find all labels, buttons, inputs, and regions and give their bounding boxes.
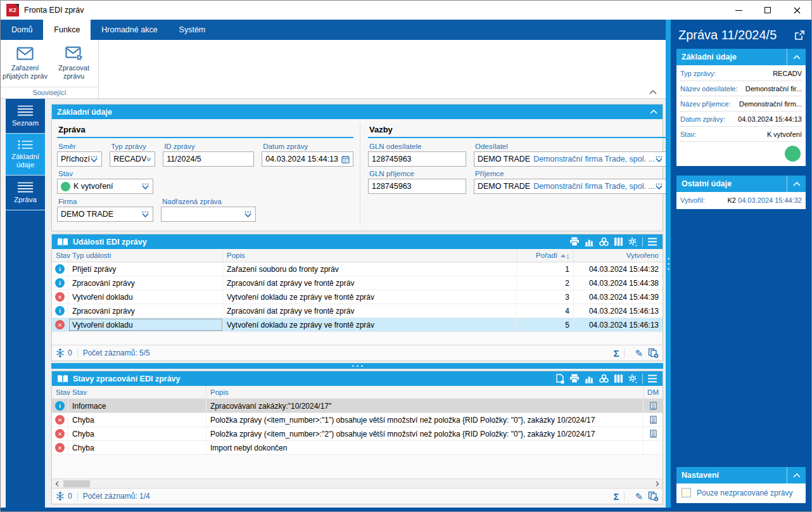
wheel-icon[interactable] — [599, 374, 609, 383]
copy-add-icon[interactable] — [648, 491, 659, 501]
close-button[interactable] — [782, 1, 811, 20]
states-row[interactable]: ✕ Chyba Položka zprávy (<item_number>:"1… — [52, 413, 663, 427]
columns-icon[interactable] — [614, 237, 623, 246]
document-export-icon[interactable] — [555, 374, 565, 384]
maximize-button[interactable] — [753, 1, 782, 20]
gln-prijemce-input[interactable]: 128745963 — [368, 179, 466, 194]
column-header-typ-udalosti[interactable]: Typ události — [68, 249, 223, 262]
column-header-dm[interactable]: DM — [644, 386, 663, 399]
detail-value: Demonstrační fir... — [745, 85, 802, 93]
event-poradi: 4 — [517, 304, 574, 317]
firma-dropdown[interactable]: DEMO TRADE — [57, 207, 153, 222]
open-external-button[interactable] — [794, 30, 805, 41]
chevron-up-icon — [793, 473, 801, 478]
gln-prijemce-value: 128745963 — [372, 182, 462, 191]
vertical-splitter[interactable] — [666, 20, 671, 508]
column-header-poradi[interactable]: Pořadí 1 — [517, 249, 574, 262]
odesilatel-dropdown[interactable]: DEMO TRADE Demonstrační firma Trade, spo… — [474, 151, 667, 167]
zpracovat-zpravu-button[interactable]: Zpracovat zprávu — [49, 40, 98, 87]
dm-document-icon[interactable] — [650, 402, 657, 410]
footer-divider — [77, 348, 78, 358]
gear-icon[interactable] — [628, 374, 638, 383]
printer-icon[interactable] — [569, 374, 580, 383]
events-row[interactable]: ✕ Vytvoření dokladu Vytvoření dokladu ze… — [52, 290, 663, 304]
collapse-section-button[interactable] — [787, 467, 806, 483]
detail-value: K2 04.03.2024 15:44:32 — [728, 196, 802, 204]
edit-pencil-icon[interactable]: ✎ — [635, 492, 643, 501]
field-label: Příjemce — [474, 169, 667, 179]
envelope-icon — [16, 45, 34, 61]
columns-icon[interactable] — [614, 374, 623, 383]
zarazeni-prijatych-zprav-button[interactable]: Zařazení přijatých zpráv — [1, 40, 49, 87]
events-row-selected[interactable]: ✕ Vytvoření dokladu Vytvoření dokladu ze… — [52, 318, 663, 332]
scroll-right-icon[interactable] — [656, 481, 659, 487]
dm-document-icon[interactable] — [650, 416, 657, 424]
collapse-section-button[interactable] — [787, 176, 806, 192]
sidebar-item-seznam[interactable]: Seznam — [6, 99, 45, 134]
event-typ: Vytvoření dokladu — [68, 318, 223, 331]
sum-icon[interactable]: Σ — [613, 492, 619, 501]
snowflake-icon[interactable] — [56, 349, 65, 357]
nadrazena-zprava-dropdown[interactable] — [161, 207, 256, 222]
minimize-button[interactable] — [724, 1, 753, 20]
scrollbar-track[interactable] — [62, 479, 652, 488]
id-zpravy-input[interactable]: 11/2024/5 — [163, 151, 254, 167]
horizontal-scrollbar[interactable] — [52, 478, 663, 488]
edit-pencil-icon[interactable]: ✎ — [635, 349, 643, 358]
status-green-icon — [785, 146, 801, 162]
datum-zpravy-input[interactable]: 04.03.2024 15:44:13 — [262, 151, 353, 167]
column-header-stav[interactable]: Stav — [52, 386, 68, 399]
pouze-nezpracovane-checkbox[interactable] — [682, 488, 691, 497]
calendar-icon[interactable] — [341, 155, 350, 163]
printer-icon[interactable] — [569, 237, 580, 246]
smer-dropdown[interactable]: Příchozí — [57, 151, 102, 167]
record-count: Počet záznamů: 5/5 — [83, 349, 150, 357]
gear-icon[interactable] — [628, 237, 638, 246]
scroll-left-icon[interactable] — [55, 481, 59, 487]
snowflake-icon[interactable] — [56, 492, 65, 501]
chart-icon[interactable] — [584, 237, 594, 246]
copy-add-icon[interactable] — [648, 348, 659, 358]
stav-dropdown[interactable]: K vytvoření — [57, 179, 153, 194]
states-row[interactable]: ✕ Chyba Import nebyl dokončen — [52, 441, 663, 455]
column-header-popis[interactable]: Popis — [206, 386, 644, 399]
column-header-vytvoreno[interactable]: Vytvořeno — [574, 249, 663, 262]
column-header-stav[interactable]: Stav — [52, 249, 68, 262]
events-row[interactable]: i Přijetí zprávy Zařazení souboru do fro… — [52, 262, 663, 276]
error-icon: ✕ — [55, 443, 65, 452]
sidebar-item-label: Zpráva — [14, 196, 37, 204]
typ-zpravy-dropdown[interactable]: RECADV — [110, 151, 155, 167]
event-typ: Vytvoření dokladu — [68, 290, 223, 304]
column-header-popis[interactable]: Popis — [223, 249, 517, 262]
sum-icon[interactable]: Σ — [613, 349, 619, 358]
events-row[interactable]: i Zpracování zprávy Zpracování dat zpráv… — [52, 276, 663, 290]
horizontal-splitter[interactable] — [51, 363, 663, 369]
sidebar-item-zprava[interactable]: Zpráva — [6, 176, 45, 210]
tab-domu[interactable]: Domů — [1, 20, 43, 40]
detail-value: RECADV — [773, 70, 802, 77]
prijemce-dropdown[interactable]: DEMO TRADE Demonstrační firma Trade, spo… — [474, 179, 667, 194]
collapse-section-button[interactable] — [787, 49, 806, 65]
dm-document-icon[interactable] — [650, 430, 657, 438]
events-row[interactable]: i Zpracování zprávy Zpracování dat zpráv… — [52, 304, 663, 318]
ribbon-collapse-button[interactable] — [649, 90, 657, 94]
tab-system[interactable]: Systém — [168, 20, 217, 40]
events-table-title: Události EDI zprávy — [73, 238, 147, 246]
states-row[interactable]: ✕ Chyba Položka zprávy (<item_number>:"2… — [52, 427, 663, 441]
chart-icon[interactable] — [584, 374, 594, 383]
menu-icon[interactable] — [647, 374, 657, 383]
firma-value: DEMO TRADE — [61, 210, 141, 219]
tab-funkce[interactable]: Funkce — [43, 20, 91, 40]
column-header-stav2[interactable]: Stav — [68, 386, 206, 399]
window-title: Fronta EDI zpráv — [24, 6, 84, 15]
zarazeni-button-label: Zařazení přijatých zpráv — [1, 64, 49, 80]
maximize-icon — [764, 7, 771, 13]
collapse-panel-button[interactable] — [650, 110, 657, 114]
scrollbar-thumb[interactable] — [63, 480, 90, 487]
menu-icon[interactable] — [647, 238, 657, 246]
states-row-selected[interactable]: i Informace Zpracovávaní zakázky:"10/202… — [52, 399, 663, 413]
gln-odesilatele-input[interactable]: 128745963 — [368, 151, 466, 167]
sidebar-item-zakladni-udaje[interactable]: Základní údaje — [6, 134, 45, 176]
wheel-icon[interactable] — [599, 237, 609, 246]
tab-hromadne-akce[interactable]: Hromadné akce — [91, 20, 168, 40]
